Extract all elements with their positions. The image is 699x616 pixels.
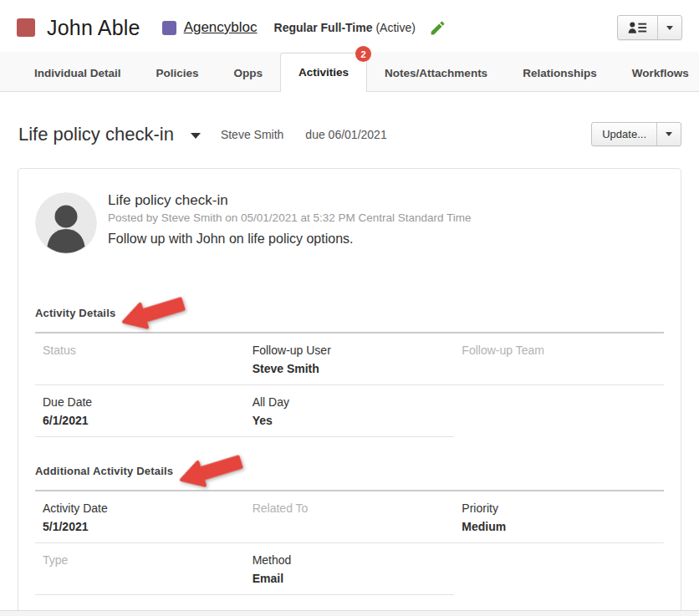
next-section-edge [0,610,699,616]
activity-detail-card: Life policy check-in Posted by Steve Smi… [18,168,681,616]
field-label: Related To [253,500,450,517]
tab-opps[interactable]: Opps [217,54,281,91]
field-method: Method Email [245,543,455,595]
avatar [35,192,97,254]
field-type: Type [35,543,245,595]
update-button[interactable]: Update... [592,123,657,145]
person-silhouette-icon [35,192,97,254]
field-value: 5/1/2021 [43,517,240,536]
field-label: Type [43,552,240,569]
field-value [43,359,240,378]
chevron-down-icon [666,26,673,30]
activity-header: Life policy check-in Posted by Steve Smi… [35,192,664,254]
field-all-day: All Day Yes [245,385,455,437]
field-value: Medium [462,517,659,536]
field-value: Email [253,569,450,588]
employment-status: Regular Full-Time (Active) [274,21,416,34]
activity-due-date: due 06/01/2021 [305,128,386,141]
record-actions-dropdown[interactable] [658,16,681,39]
detail-row: Type Method Email [35,543,664,595]
tab-individual-detail[interactable]: Individual Detail [17,54,139,91]
activity-toolbar: Life policy check-in Steve Smith due 06/… [0,92,699,168]
record-actions-button[interactable] [617,15,682,40]
update-split-button[interactable]: Update... [591,122,681,146]
field-label: All Day [253,394,450,411]
empty-cell [454,543,664,595]
update-dropdown[interactable] [657,123,681,145]
annotation-arrow-icon [176,446,248,495]
activity-posted-line: Posted by Steve Smith on 05/01/2021 at 5… [108,211,472,224]
tab-activities-label: Activities [298,66,349,79]
employment-status-state: (Active) [375,21,415,34]
field-label: Activity Date [43,500,240,517]
field-related-to: Related To [245,491,455,543]
annotation-arrow-icon [118,288,191,337]
field-label: Due Date [43,394,240,411]
tab-relationships[interactable]: Relationships [505,54,615,91]
page-title: Life policy check-in [18,124,174,145]
tab-notes-attachments[interactable]: Notes/Attachments [367,54,505,91]
employment-status-type: Regular Full-Time [274,21,373,34]
activity-title: Life policy check-in [108,192,472,209]
field-due-date: Due Date 6/1/2021 [35,385,245,437]
edit-pencil-icon[interactable] [429,19,446,37]
tab-activities[interactable]: Activities 2 [280,53,367,92]
organization-link[interactable]: Agencybloc [184,19,258,36]
section-additional-activity-details: Additional Activity Details [35,456,664,486]
field-follow-up-team: Follow-up Team [454,333,664,385]
detail-row: Due Date 6/1/2021 All Day Yes [35,385,664,437]
activity-description: Follow up with John on life policy optio… [108,232,472,247]
detail-row: Status Follow-up User Steve Smith Follow… [35,333,664,385]
empty-cell [454,385,664,437]
field-value: Yes [253,411,450,430]
detail-row: Activity Date 5/1/2021 Related To Priori… [35,491,664,543]
record-header: John Able Agencybloc Regular Full-Time (… [0,0,699,52]
field-label: Method [253,552,450,569]
section-heading: Activity Details [35,307,115,319]
activity-assignee: Steve Smith [221,128,283,141]
field-value [253,517,450,536]
contact-list-button[interactable] [618,16,658,39]
section-heading: Additional Activity Details [35,465,173,477]
organization-color-swatch [162,21,176,35]
field-value: Steve Smith [253,359,450,378]
update-button-label: Update... [602,128,646,140]
individual-name: John Able [47,16,140,40]
field-label: Follow-up Team [462,342,659,359]
field-activity-date: Activity Date 5/1/2021 [35,491,245,543]
field-label: Priority [462,500,659,517]
tab-policies[interactable]: Policies [139,54,217,91]
tab-workflows[interactable]: Workflows [615,54,699,91]
field-status: Status [35,333,245,385]
field-value [43,569,240,588]
person-list-icon [628,21,647,34]
field-value [462,359,659,378]
field-label: Follow-up User [253,342,450,359]
activity-select-caret-icon[interactable] [191,133,201,139]
field-label: Status [43,342,240,359]
record-tabbar: Individual Detail Policies Opps Activiti… [0,52,699,92]
chevron-down-icon [666,132,672,136]
individual-color-swatch [17,18,35,37]
field-priority: Priority Medium [454,491,664,543]
field-value: 6/1/2021 [43,411,240,430]
section-activity-details: Activity Details [35,298,664,328]
field-follow-up-user: Follow-up User Steve Smith [245,333,455,385]
